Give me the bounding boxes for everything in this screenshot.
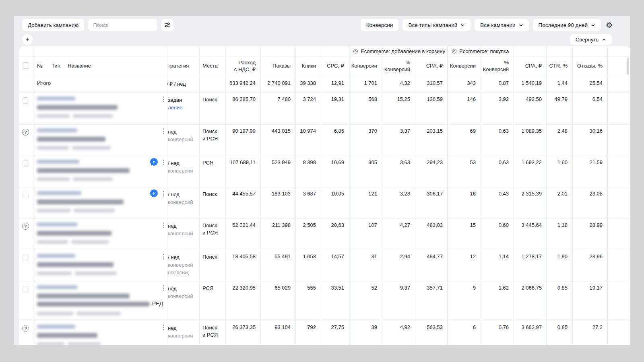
total-clicks: 39 338 — [295, 75, 321, 93]
campaign-name-cell[interactable] — [33, 125, 167, 156]
column-header-cart-conversion-rate[interactable]: % Конверсий — [382, 57, 415, 75]
row-menu-kebab-icon[interactable] — [161, 254, 166, 259]
cell-cpc: 20,63 — [321, 219, 349, 250]
cell-cart-conversions: 52 — [349, 282, 382, 321]
row-checkbox[interactable] — [23, 97, 29, 104]
table-row[interactable]: ?недконверсийПоиск и РСЯ26 373,3593 1047… — [19, 321, 630, 345]
cell-bounce-rate: 23,08 — [572, 187, 607, 218]
cell-bounce-rate: 21,59 — [572, 156, 607, 187]
cell-cpc: 33,51 — [321, 282, 349, 321]
table-row[interactable]: / недконверсийнверсии)Поиск18 405,5855 4… — [19, 250, 630, 282]
cell-purchase-cpa: 2 315,39 — [514, 187, 547, 218]
header-name-group: №ТипНазвание — [33, 57, 167, 75]
campaign-name-cell[interactable] — [33, 156, 167, 187]
column-header-purchase-conversion-rate[interactable]: % Конверсий — [481, 57, 514, 75]
campaign-types-dropdown[interactable]: Все типы кампаний — [402, 19, 471, 31]
campaign-name-cell[interactable] — [33, 187, 167, 218]
filter-button[interactable] — [161, 19, 173, 31]
row-menu-kebab-icon[interactable] — [161, 97, 166, 102]
campaign-name-cell[interactable] — [33, 250, 167, 281]
redacted-text-bar — [37, 168, 130, 173]
cell-clicks: 1 053 — [295, 250, 321, 281]
column-header-bounce-rate[interactable]: Отказы, % — [572, 57, 607, 75]
campaign-table-card: Ecommerce: добавление в корзину Ecommerc… — [19, 46, 630, 345]
row-menu-kebab-icon[interactable] — [161, 222, 166, 228]
cell-purchase-conversion-rate: 1,14 — [481, 250, 514, 281]
table-row[interactable]: заданлениеПоиск86 285,707 4803 72419,315… — [19, 93, 630, 125]
column-header-clicks[interactable]: Клики — [295, 57, 321, 75]
redacted-text-bar — [37, 262, 114, 267]
row-menu-kebab-icon[interactable] — [161, 325, 166, 330]
cell-cpc: 14,57 — [321, 250, 349, 281]
table-row[interactable]: / недконверсийРСЯ107 689,11523 9498 3981… — [19, 156, 630, 187]
column-header-cpc[interactable]: CPC, ₽ — [321, 57, 349, 75]
scrollbar-thumb[interactable] — [627, 58, 629, 75]
column-header-spend[interactable]: Расход с НДС, ₽ — [225, 57, 260, 75]
strategy-link-fragment[interactable]: ление — [168, 104, 199, 111]
cell-purchase-conversions: 16 — [448, 187, 481, 218]
campaigns-dropdown[interactable]: Все кампании — [475, 19, 528, 31]
column-header-places[interactable]: Места — [199, 57, 225, 75]
row-menu-kebab-icon[interactable] — [161, 285, 166, 291]
cell-cpc: 10,05 — [321, 187, 349, 218]
collapse-button[interactable]: Свернуть — [570, 34, 612, 45]
column-header-cart-conversions[interactable]: Конверсии — [349, 57, 382, 75]
column-header-purchase-cpa[interactable]: CPA, ₽ — [514, 57, 547, 75]
row-checkbox[interactable] — [23, 255, 29, 261]
row-checkbox[interactable] — [23, 192, 29, 198]
total-cart-conversion-rate: 4,32 — [382, 75, 415, 93]
column-header-purchase-conversions[interactable]: Конверсии — [448, 57, 481, 75]
period-dropdown[interactable]: Последние 90 дней — [533, 19, 601, 31]
table-row[interactable]: РЕДнедконверсийРСЯ22 320,9565 02955533,5… — [19, 282, 630, 321]
cell-purchase-conversions: 15 — [448, 219, 481, 250]
add-campaign-button[interactable]: Добавить кампанию — [22, 19, 84, 31]
boost-lightning-badge — [150, 158, 158, 166]
cell-purchase-cpa: 1 693,22 — [514, 156, 547, 187]
row-checkbox[interactable] — [23, 160, 29, 167]
redacted-text-bar — [37, 105, 118, 110]
redacted-text-bar — [37, 302, 150, 306]
subbar: + Свернуть — [14, 31, 630, 45]
places-cell: Поиск — [199, 187, 225, 218]
column-header-impressions[interactable]: Показы — [260, 57, 295, 75]
table-row[interactable]: ?недконверсийПоиск и РСЯ90 197,99443 015… — [19, 125, 630, 156]
redacted-text-bar — [37, 342, 64, 345]
column-header-strategy[interactable]: тратегия — [167, 57, 199, 75]
cell-spend: 62 021,44 — [225, 219, 260, 250]
help-icon[interactable]: ? — [22, 223, 29, 230]
search-input[interactable] — [88, 19, 157, 31]
row-menu-kebab-icon[interactable] — [161, 160, 166, 165]
row-filler — [607, 187, 630, 218]
strategy-cell: / недконверсий — [167, 156, 199, 187]
total-bounce-rate: 25,54 — [572, 75, 607, 93]
settings-gear-button[interactable]: ⚙ — [605, 21, 613, 29]
column-header-cart-cpa[interactable]: CPA, ₽ — [415, 57, 448, 75]
campaign-name-cell[interactable] — [33, 219, 167, 250]
totals-strategy-fragment: 0 ₽ / нед — [167, 81, 186, 87]
row-checkbox[interactable] — [23, 286, 29, 292]
campaign-name-cell[interactable]: РЕД — [33, 282, 167, 321]
cell-ctr: 49,79 — [547, 93, 572, 124]
places-cell: Поиск и РСЯ — [199, 125, 225, 156]
redacted-text-bar — [37, 254, 75, 258]
cell-cpc: 19,31 — [321, 93, 349, 124]
help-icon[interactable]: ? — [22, 325, 29, 332]
campaign-name-cell[interactable] — [33, 321, 167, 345]
cell-ctr: 2,01 — [547, 187, 572, 218]
column-header-ctr[interactable]: CTR, % — [547, 57, 572, 75]
help-icon[interactable]: ? — [22, 129, 29, 136]
table-row[interactable]: / недконверсийПоиск44 455,57183 1033 687… — [19, 187, 630, 219]
row-menu-kebab-icon[interactable] — [161, 191, 166, 197]
boost-lightning-badge — [150, 189, 158, 197]
campaign-name-cell[interactable] — [33, 93, 167, 124]
row-menu-kebab-icon[interactable] — [161, 128, 166, 134]
column-header-name[interactable]: Название — [68, 57, 91, 75]
table-row[interactable]: ?недконверсийПоиск и РСЯ62 021,44211 398… — [19, 219, 630, 250]
column-header-type[interactable]: Тип — [52, 57, 60, 75]
redacted-text-bar — [37, 114, 70, 118]
add-row-button[interactable]: + — [22, 34, 33, 45]
select-all-checkbox[interactable] — [23, 62, 29, 69]
conversions-button[interactable]: Конверсии — [361, 19, 399, 31]
column-header-number[interactable]: № — [37, 57, 43, 75]
cell-ctr: 1,60 — [547, 156, 572, 187]
